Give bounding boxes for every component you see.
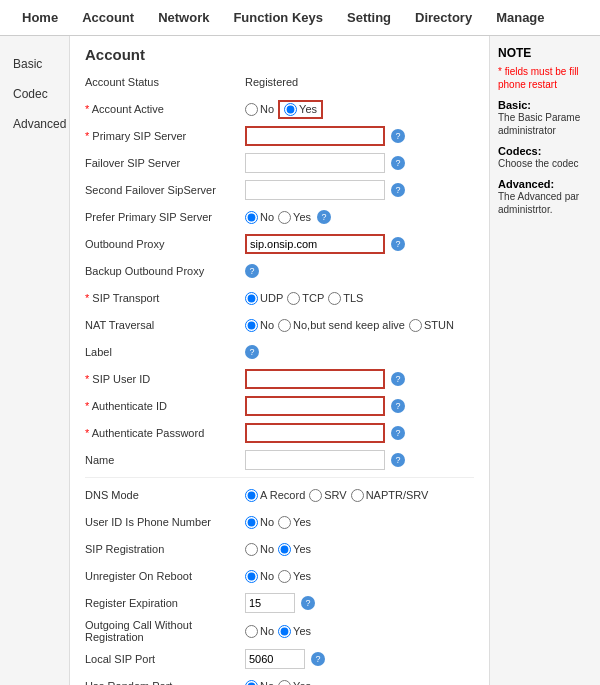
- field-account-status: Account Status Registered: [85, 71, 474, 93]
- field-register-expiration: Register Expiration ?: [85, 592, 474, 614]
- help-second-failover[interactable]: ?: [391, 183, 405, 197]
- nav-directory[interactable]: Directory: [403, 0, 484, 36]
- label-dns-mode: DNS Mode: [85, 489, 245, 501]
- radio-active-yes[interactable]: Yes: [278, 100, 323, 119]
- radio-active-no[interactable]: No: [245, 103, 274, 116]
- input-sip-userid[interactable]: [245, 369, 385, 389]
- field-prefer-primary: Prefer Primary SIP Server No Yes ?: [85, 206, 474, 228]
- field-dns-mode: DNS Mode A Record SRV NAPTR/SRV: [85, 484, 474, 506]
- input-second-failover[interactable]: [245, 180, 385, 200]
- field-sip-registration: SIP Registration No Yes: [85, 538, 474, 560]
- help-sip-userid[interactable]: ?: [391, 372, 405, 386]
- value-backup-proxy: ?: [245, 264, 474, 278]
- note-required: * fields must be fill phone restart: [498, 65, 592, 91]
- label-outgoing-noreg: Outgoing Call Without Registration: [85, 619, 245, 643]
- radio-random-no[interactable]: No: [245, 680, 274, 686]
- help-label[interactable]: ?: [245, 345, 259, 359]
- note-basic-body: The Basic Parame administrator: [498, 111, 592, 137]
- input-authenticate-password[interactable]: [245, 423, 385, 443]
- value-register-expiration: ?: [245, 593, 474, 613]
- nav-setting[interactable]: Setting: [335, 0, 403, 36]
- radio-reg-no[interactable]: No: [245, 543, 274, 556]
- help-authenticate-password[interactable]: ?: [391, 426, 405, 440]
- help-failover-sip[interactable]: ?: [391, 156, 405, 170]
- radio-dns-arecord[interactable]: A Record: [245, 489, 305, 502]
- field-label: Label ?: [85, 341, 474, 363]
- label-random-port: Use Random Port: [85, 680, 245, 685]
- label-account-active: Account Active: [85, 103, 245, 115]
- radio-unreg-no[interactable]: No: [245, 570, 274, 583]
- content-area: Account Account Status Registered Accoun…: [70, 36, 490, 685]
- label-prefer-primary: Prefer Primary SIP Server: [85, 211, 245, 223]
- input-failover-sip[interactable]: [245, 153, 385, 173]
- note-codecs-body: Choose the codec: [498, 157, 592, 170]
- sidebar-basic[interactable]: Basic: [5, 51, 64, 77]
- value-authenticate-password: ?: [245, 423, 474, 443]
- input-primary-sip[interactable]: [245, 126, 385, 146]
- help-authenticate-id[interactable]: ?: [391, 399, 405, 413]
- value-outbound-proxy: ?: [245, 234, 474, 254]
- help-backup-proxy[interactable]: ?: [245, 264, 259, 278]
- input-register-expiration[interactable]: [245, 593, 295, 613]
- radio-prefer-primary: No Yes: [245, 211, 311, 224]
- sidebar-advanced[interactable]: Advanced: [5, 111, 64, 137]
- field-sip-userid: SIP User ID ?: [85, 368, 474, 390]
- radio-dns-naptr[interactable]: NAPTR/SRV: [351, 489, 429, 502]
- nav-account[interactable]: Account: [70, 0, 146, 36]
- note-title: NOTE: [498, 46, 592, 60]
- nav-network[interactable]: Network: [146, 0, 221, 36]
- help-prefer-primary[interactable]: ?: [317, 210, 331, 224]
- field-userid-phone: User ID Is Phone Number No Yes: [85, 511, 474, 533]
- note-section-advanced: Advanced: The Advanced par administrtor.: [498, 178, 592, 216]
- value-sip-userid: ?: [245, 369, 474, 389]
- radio-dns-srv[interactable]: SRV: [309, 489, 346, 502]
- radio-userid-phone: No Yes: [245, 516, 311, 529]
- label-local-sip-port: Local SIP Port: [85, 653, 245, 665]
- main-layout: Basic Codec Advanced Account Account Sta…: [0, 36, 600, 685]
- value-label: ?: [245, 345, 474, 359]
- input-name[interactable]: [245, 450, 385, 470]
- help-local-sip-port[interactable]: ?: [311, 652, 325, 666]
- help-primary-sip[interactable]: ?: [391, 129, 405, 143]
- help-outbound-proxy[interactable]: ?: [391, 237, 405, 251]
- radio-prefer-yes[interactable]: Yes: [278, 211, 311, 224]
- value-account-status: Registered: [245, 76, 474, 88]
- value-failover-sip: ?: [245, 153, 474, 173]
- radio-reg-yes[interactable]: Yes: [278, 543, 311, 556]
- input-local-sip-port[interactable]: [245, 649, 305, 669]
- radio-noreg-yes[interactable]: Yes: [278, 625, 311, 638]
- field-backup-proxy: Backup Outbound Proxy ?: [85, 260, 474, 282]
- label-second-failover: Second Failover SipServer: [85, 184, 245, 196]
- radio-nat-stun[interactable]: STUN: [409, 319, 454, 332]
- radio-tls[interactable]: TLS: [328, 292, 363, 305]
- help-name[interactable]: ?: [391, 453, 405, 467]
- radio-nat-no[interactable]: No: [245, 319, 274, 332]
- radio-random-yes[interactable]: Yes: [278, 680, 311, 686]
- radio-prefer-no[interactable]: No: [245, 211, 274, 224]
- nav-manage[interactable]: Manage: [484, 0, 556, 36]
- radio-udp[interactable]: UDP: [245, 292, 283, 305]
- radio-phone-no[interactable]: No: [245, 516, 274, 529]
- radio-unreg-reboot: No Yes: [245, 570, 311, 583]
- radio-outgoing-noreg: No Yes: [245, 625, 311, 638]
- sidebar-codec[interactable]: Codec: [5, 81, 64, 107]
- radio-unreg-yes[interactable]: Yes: [278, 570, 311, 583]
- radio-tcp[interactable]: TCP: [287, 292, 324, 305]
- label-unreg-reboot: Unregister On Reboot: [85, 570, 245, 582]
- label-failover-sip: Failover SIP Server: [85, 157, 245, 169]
- nav-home[interactable]: Home: [10, 0, 70, 36]
- radio-noreg-no[interactable]: No: [245, 625, 274, 638]
- account-status-text: Registered: [245, 76, 298, 88]
- radio-phone-yes[interactable]: Yes: [278, 516, 311, 529]
- label-label: Label: [85, 346, 245, 358]
- input-outbound-proxy[interactable]: [245, 234, 385, 254]
- nav-function-keys[interactable]: Function Keys: [221, 0, 335, 36]
- radio-nat-keepalive[interactable]: No,but send keep alive: [278, 319, 405, 332]
- value-nat-traversal: No No,but send keep alive STUN: [245, 319, 474, 332]
- value-unreg-reboot: No Yes: [245, 570, 474, 583]
- right-panel: NOTE * fields must be fill phone restart…: [490, 36, 600, 685]
- section-title: Account: [85, 46, 474, 63]
- input-authenticate-id[interactable]: [245, 396, 385, 416]
- help-register-expiration[interactable]: ?: [301, 596, 315, 610]
- note-basic-title: Basic:: [498, 99, 592, 111]
